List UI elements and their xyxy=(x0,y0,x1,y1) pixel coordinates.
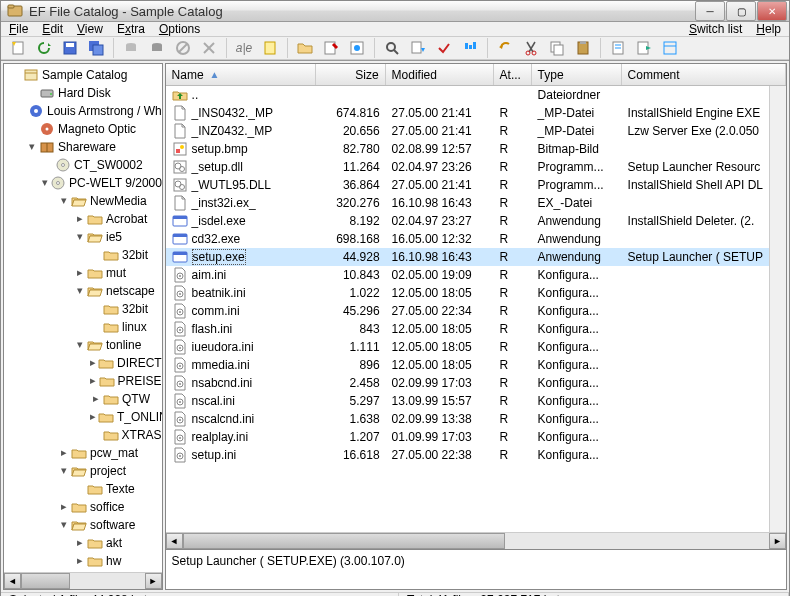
scroll-left-icon[interactable]: ◄ xyxy=(166,533,183,549)
tree-twisty-icon[interactable] xyxy=(90,430,101,441)
col-type[interactable]: Type xyxy=(532,64,622,85)
tb-saveall-icon[interactable] xyxy=(85,37,107,59)
file-row[interactable]: _inst32i.ex_320.27616.10.98 16:43REX_-Da… xyxy=(166,194,769,212)
tree-node[interactable]: ▾software xyxy=(6,516,162,534)
tree-twisty-icon[interactable]: ▾ xyxy=(58,196,69,207)
file-row[interactable]: nsabcnd.ini2.45802.09.99 17:03RKonfigura… xyxy=(166,374,769,392)
list-vscroll[interactable] xyxy=(769,86,786,532)
col-at[interactable]: At... xyxy=(494,64,532,85)
col-modified[interactable]: Modified xyxy=(386,64,494,85)
tree-twisty-icon[interactable]: ▸ xyxy=(58,502,69,513)
file-row[interactable]: nscalcnd.ini1.63802.09.99 13:38RKonfigur… xyxy=(166,410,769,428)
menu-edit[interactable]: Edit xyxy=(42,22,63,36)
tree-twisty-icon[interactable]: ▾ xyxy=(58,520,69,531)
tb-search-icon[interactable] xyxy=(381,37,403,59)
tree-twisty-icon[interactable]: ▸ xyxy=(74,214,85,225)
tree-twisty-icon[interactable]: ▸ xyxy=(90,394,101,405)
file-row[interactable]: beatnik.ini1.02212.05.00 18:05RKonfigura… xyxy=(166,284,769,302)
file-row[interactable]: _INZ0432._MP20.65627.05.00 21:41R_MP-Dat… xyxy=(166,122,769,140)
tree-twisty-icon[interactable]: ▸ xyxy=(74,556,85,567)
tree-node[interactable]: ▾tonline xyxy=(6,336,162,354)
tb-export-icon[interactable] xyxy=(633,37,655,59)
file-row[interactable]: nscal.ini5.29713.09.99 15:57RKonfigura..… xyxy=(166,392,769,410)
tree-node[interactable]: Texte xyxy=(6,480,162,498)
file-row[interactable]: aim.ini10.84302.05.00 19:09RKonfigura... xyxy=(166,266,769,284)
tb-undo-icon[interactable] xyxy=(494,37,516,59)
tree-twisty-icon[interactable] xyxy=(42,160,53,171)
tb-refresh-icon[interactable] xyxy=(33,37,55,59)
tree-twisty-icon[interactable] xyxy=(26,88,37,99)
tree-twisty-icon[interactable]: ▾ xyxy=(74,232,85,243)
tree-node[interactable]: Louis Armstrong / What a Wonde xyxy=(6,102,162,120)
menu-file[interactable]: File xyxy=(9,22,28,36)
tree-twisty-icon[interactable]: ▾ xyxy=(58,466,69,477)
tree-node[interactable]: ▸DIRECTOR xyxy=(6,354,162,372)
file-row[interactable]: mmedia.ini89612.05.00 18:05RKonfigura... xyxy=(166,356,769,374)
tree-twisty-icon[interactable]: ▸ xyxy=(58,448,69,459)
tb-copyto-icon[interactable] xyxy=(407,37,429,59)
file-row[interactable]: setup.bmp82.78002.08.99 12:57RBitmap-Bil… xyxy=(166,140,769,158)
tree-node[interactable]: Hard Disk xyxy=(6,84,162,102)
tree-hscroll[interactable]: ◄ ► xyxy=(4,572,162,589)
menu-extra[interactable]: Extra xyxy=(117,22,145,36)
tb-folder-icon[interactable] xyxy=(294,37,316,59)
tree-view[interactable]: Sample CatalogHard DiskLouis Armstrong /… xyxy=(4,64,162,572)
file-row[interactable]: setup.ini16.61827.05.00 22:38RKonfigura.… xyxy=(166,446,769,464)
tree-node[interactable]: ▾netscape xyxy=(6,282,162,300)
tree-node[interactable]: 32bit xyxy=(6,246,162,264)
tree-twisty-icon[interactable]: ▸ xyxy=(90,376,97,387)
file-row[interactable]: _WUTL95.DLL36.86427.05.00 21:41RProgramm… xyxy=(166,176,769,194)
tree-twisty-icon[interactable]: ▸ xyxy=(74,268,85,279)
tb-stop-icon[interactable] xyxy=(172,37,194,59)
tree-node[interactable]: ▸pcw_mat xyxy=(6,444,162,462)
scroll-right-icon[interactable]: ► xyxy=(145,573,162,589)
file-row[interactable]: cd32.exe698.16816.05.00 12:32RAnwendung xyxy=(166,230,769,248)
file-row[interactable]: iueudora.ini1.11112.05.00 18:05RKonfigur… xyxy=(166,338,769,356)
tree-twisty-icon[interactable]: ▾ xyxy=(74,286,85,297)
tb-props-icon[interactable] xyxy=(346,37,368,59)
tree-twisty-icon[interactable] xyxy=(90,250,101,261)
file-row[interactable]: ..Dateiordner xyxy=(166,86,769,104)
list-hscroll[interactable]: ◄ ► xyxy=(166,532,786,549)
minimize-button[interactable]: ─ xyxy=(695,1,725,21)
tb-edit-icon[interactable] xyxy=(320,37,342,59)
tb-db2-icon[interactable] xyxy=(146,37,168,59)
file-row[interactable]: _INS0432._MP674.81627.05.00 21:41R_MP-Da… xyxy=(166,104,769,122)
tree-node[interactable]: ▾Shareware xyxy=(6,138,162,156)
tree-twisty-icon[interactable] xyxy=(90,322,101,333)
tree-node[interactable]: ▾PC-WELT 9/2000 xyxy=(6,174,162,192)
tree-twisty-icon[interactable] xyxy=(90,304,101,315)
tree-node[interactable]: ▸akt xyxy=(6,534,162,552)
tree-node[interactable]: ▾ie5 xyxy=(6,228,162,246)
tree-node[interactable]: Magneto Optic xyxy=(6,120,162,138)
maximize-button[interactable]: ▢ xyxy=(726,1,756,21)
tb-new-icon[interactable] xyxy=(7,37,29,59)
tb-note-icon[interactable] xyxy=(259,37,281,59)
tree-node[interactable]: ▾project xyxy=(6,462,162,480)
tb-rename-icon[interactable]: a|e xyxy=(233,37,255,59)
tree-twisty-icon[interactable]: ▾ xyxy=(42,178,48,189)
tb-db1-icon[interactable] xyxy=(120,37,142,59)
tree-node[interactable]: ▸QTW xyxy=(6,390,162,408)
tree-node[interactable]: CT_SW0002 xyxy=(6,156,162,174)
tb-expand-icon[interactable] xyxy=(659,37,681,59)
tb-paste-icon[interactable] xyxy=(572,37,594,59)
scroll-left-icon[interactable]: ◄ xyxy=(4,573,21,589)
tree-node[interactable]: XTRAS xyxy=(6,426,162,444)
tb-sort-icon[interactable] xyxy=(459,37,481,59)
file-row[interactable]: _setup.dll11.26402.04.97 23:26RProgramm.… xyxy=(166,158,769,176)
col-size[interactable]: Size xyxy=(316,64,386,85)
menu-help[interactable]: Help xyxy=(756,22,781,36)
tree-twisty-icon[interactable] xyxy=(26,124,37,135)
close-button[interactable]: ✕ xyxy=(757,1,787,21)
file-row[interactable]: realplay.ini1.20701.09.99 17:03RKonfigur… xyxy=(166,428,769,446)
tree-node[interactable]: linux xyxy=(6,318,162,336)
tree-node[interactable]: ▸soffice xyxy=(6,498,162,516)
tb-check-icon[interactable] xyxy=(433,37,455,59)
file-row[interactable]: comm.ini45.29627.05.00 22:34RKonfigura..… xyxy=(166,302,769,320)
tree-node[interactable]: ▸hw xyxy=(6,552,162,570)
tree-node[interactable]: 32bit xyxy=(6,300,162,318)
tree-twisty-icon[interactable] xyxy=(74,484,85,495)
tree-twisty-icon[interactable] xyxy=(10,70,21,81)
tree-twisty-icon[interactable]: ▸ xyxy=(90,358,96,369)
